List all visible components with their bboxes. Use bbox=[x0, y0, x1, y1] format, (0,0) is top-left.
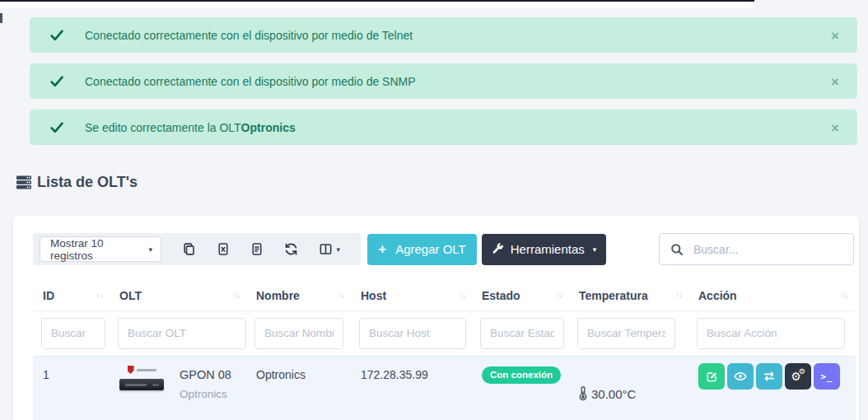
column-header-nombre[interactable]: Nombre ↑↓ bbox=[246, 280, 351, 310]
alert-stack: Conectado correctamente con el dispositi… bbox=[30, 17, 857, 156]
tools-label: Herramientas bbox=[511, 242, 585, 256]
add-olt-label: Agregar OLT bbox=[395, 242, 466, 256]
sort-icon[interactable]: ↑↓ bbox=[841, 291, 847, 300]
alert-olt-name: Optronics bbox=[241, 121, 296, 134]
olt-device-image bbox=[118, 363, 166, 390]
filter-accion-input[interactable] bbox=[697, 318, 845, 349]
settings-button[interactable]: ⚙⚙ bbox=[785, 363, 811, 390]
alert-text: Se edito correctamente la OLT bbox=[85, 121, 241, 134]
export-buttons: ▾ bbox=[161, 242, 361, 256]
cell-nombre: Optronics bbox=[246, 357, 351, 420]
cell-olt: GPON 08 Optronics bbox=[110, 357, 246, 420]
excel-export-icon[interactable] bbox=[217, 242, 230, 256]
server-icon bbox=[16, 175, 31, 189]
filter-estado-input[interactable] bbox=[480, 318, 564, 349]
column-header-olt[interactable]: OLT ↑↓ bbox=[110, 280, 246, 310]
close-icon[interactable]: × bbox=[831, 28, 839, 42]
table-toolbar: Mostrar 10 registros ▾ bbox=[33, 233, 854, 265]
sort-icon[interactable]: ↑↓ bbox=[233, 291, 240, 300]
cell-temperatura: 30.00°C bbox=[569, 357, 688, 420]
filter-nombre-input[interactable] bbox=[254, 318, 343, 349]
edit-icon bbox=[706, 371, 718, 383]
tools-dropdown-button[interactable]: Herramientas ▾ bbox=[482, 234, 606, 265]
browser-top-strip bbox=[0, 0, 754, 8]
left-edge-artifact bbox=[0, 13, 2, 23]
close-icon[interactable]: × bbox=[831, 120, 839, 134]
table-search bbox=[659, 233, 854, 265]
alert-text: Conectado correctamente con el dispositi… bbox=[85, 29, 413, 42]
alert-snmp-success: Conectado correctamente con el dispositi… bbox=[30, 63, 857, 99]
cell-estado: Con conexión bbox=[472, 357, 569, 420]
sort-icon[interactable]: ↑↓ bbox=[338, 291, 344, 300]
chevron-down-icon: ▾ bbox=[148, 245, 152, 254]
wrench-icon bbox=[492, 243, 504, 255]
page-title-text: Lista de OLT's bbox=[37, 174, 138, 191]
status-badge: Con conexión bbox=[482, 366, 561, 384]
page-title: Lista de OLT's bbox=[16, 174, 138, 191]
cell-accion: ⚙⚙ >_ bbox=[688, 357, 854, 420]
filter-id-input[interactable] bbox=[41, 318, 105, 349]
eye-icon bbox=[734, 371, 747, 382]
table-header-row: ID ↑↓ OLT ↑↓ Nombre ↑↓ Host ↑↓ Estado ↑↓… bbox=[33, 280, 856, 311]
export-toolbar-group: Mostrar 10 registros ▾ bbox=[33, 233, 361, 265]
sort-icon[interactable]: ↑↓ bbox=[96, 291, 103, 300]
column-header-temperatura[interactable]: Temperatura ↑↓ bbox=[569, 280, 688, 310]
temperature-value: 30.00°C bbox=[591, 387, 636, 401]
table-filter-row bbox=[33, 310, 856, 356]
column-header-estado[interactable]: Estado ↑↓ bbox=[472, 280, 569, 310]
columns-icon[interactable]: ▾ bbox=[319, 242, 340, 256]
rack-device-image bbox=[119, 379, 164, 390]
copy-icon[interactable] bbox=[182, 242, 196, 256]
check-icon bbox=[50, 122, 63, 133]
terminal-button[interactable]: >_ bbox=[814, 363, 840, 390]
alert-edit-success: Se edito correctamente la OLT Optronics … bbox=[30, 110, 857, 145]
transfer-button[interactable] bbox=[756, 363, 782, 390]
refresh-icon[interactable] bbox=[284, 242, 298, 256]
filter-olt-input[interactable] bbox=[118, 318, 246, 349]
cell-id: 1 bbox=[33, 357, 110, 420]
olt-brand: Optronics bbox=[180, 388, 231, 400]
gears-icon: ⚙⚙ bbox=[791, 371, 805, 382]
chevron-down-icon: ▾ bbox=[593, 245, 597, 254]
olt-list-card: Mostrar 10 registros ▾ bbox=[13, 216, 859, 420]
add-olt-button[interactable]: + Agregar OLT bbox=[367, 234, 477, 265]
filter-temperatura-input[interactable] bbox=[577, 318, 675, 349]
page-length-value: Mostrar 10 registros bbox=[50, 237, 148, 262]
plus-icon: + bbox=[378, 242, 386, 256]
olt-model: GPON 08 bbox=[180, 368, 231, 381]
sort-icon[interactable]: ↑↓ bbox=[556, 291, 562, 300]
search-icon bbox=[660, 243, 692, 256]
filter-host-input[interactable] bbox=[359, 318, 466, 349]
close-icon[interactable]: × bbox=[831, 74, 839, 88]
shield-logo-icon bbox=[128, 366, 134, 374]
check-icon bbox=[50, 76, 63, 87]
brand-logo bbox=[128, 366, 156, 374]
sort-icon[interactable]: ↑↓ bbox=[459, 291, 465, 300]
thermometer-icon bbox=[577, 386, 589, 402]
view-button[interactable] bbox=[727, 363, 754, 390]
column-header-id[interactable]: ID ↑↓ bbox=[33, 280, 110, 310]
alert-text: Conectado correctamente con el dispositi… bbox=[85, 75, 416, 88]
edit-button[interactable] bbox=[698, 363, 725, 390]
alert-telnet-success: Conectado correctamente con el dispositi… bbox=[30, 17, 857, 53]
exchange-icon bbox=[763, 371, 776, 382]
check-icon bbox=[50, 30, 63, 41]
column-header-accion[interactable]: Acción ↑↓ bbox=[688, 280, 854, 310]
search-input[interactable] bbox=[692, 242, 853, 257]
file-export-icon[interactable] bbox=[250, 242, 264, 256]
table-row: 1 GPON 08 Optronics Optronics 172.28.35.… bbox=[33, 356, 856, 420]
column-header-host[interactable]: Host ↑↓ bbox=[351, 280, 472, 310]
page-length-select[interactable]: Mostrar 10 registros ▾ bbox=[40, 236, 161, 262]
terminal-icon: >_ bbox=[820, 371, 833, 382]
cell-host: 172.28.35.99 bbox=[351, 357, 472, 420]
sort-icon[interactable]: ↑↓ bbox=[675, 291, 682, 300]
chevron-down-icon: ▾ bbox=[336, 245, 340, 254]
